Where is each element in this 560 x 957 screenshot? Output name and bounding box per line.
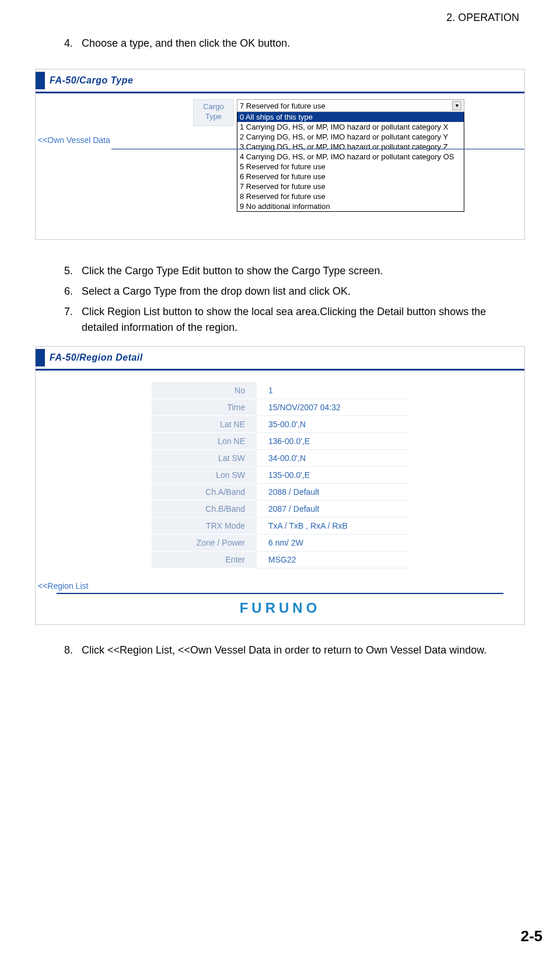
figure-cargo-type: FA-50/Cargo Type Cargo Type 7 Reserved f…: [35, 69, 525, 240]
step-text: Click the Cargo Type Edit button to show…: [82, 263, 525, 279]
row-value: 35-00.0',N: [257, 416, 408, 433]
step-text: Select a Cargo Type from the drop down l…: [82, 284, 525, 299]
row-label: Time: [152, 399, 257, 416]
row-value: 135-00.0',E: [257, 467, 408, 484]
row-label: Lat SW: [152, 450, 257, 467]
label-line2: Type: [205, 112, 222, 121]
dropdown-option[interactable]: 0 All ships of this type: [237, 112, 464, 122]
row-label: TRX Mode: [152, 518, 257, 535]
dropdown-option[interactable]: 3 Carrying DG, HS, or MP, IMO hazard or …: [237, 142, 464, 152]
table-row: Lat NE35-00.0',N: [152, 416, 408, 433]
row-label: Lat NE: [152, 416, 257, 433]
step-number: 4.: [64, 36, 82, 51]
row-value: MSG22: [257, 551, 408, 568]
step-number: 8.: [64, 642, 82, 658]
divider: [111, 149, 524, 149]
page-number: 2-5: [520, 927, 542, 945]
row-value: 15/NOV/2007 04:32: [257, 399, 408, 416]
step-8: 8. Click <<Region List, <<Own Vessel Dat…: [64, 642, 525, 658]
row-label: Lon NE: [152, 433, 257, 450]
chapter-header: 2. OPERATION: [35, 12, 525, 24]
table-row: No1: [152, 382, 408, 399]
brand-logo: FURUNO: [36, 600, 524, 624]
row-label: No: [152, 382, 257, 399]
step-6: 6. Select a Cargo Type from the drop dow…: [64, 284, 525, 299]
dropdown-option[interactable]: 7 Reserved for future use: [237, 181, 464, 191]
dropdown-list: 0 All ships of this type 1 Carrying DG, …: [237, 112, 464, 212]
row-value: 6 nm/ 2W: [257, 535, 408, 551]
table-row: Time15/NOV/2007 04:32: [152, 399, 408, 416]
row-label: Lon SW: [152, 467, 257, 484]
row-label: Ch.A/Band: [152, 484, 257, 501]
dropdown-option[interactable]: 5 Reserved for future use: [237, 162, 464, 172]
step-number: 7.: [64, 304, 82, 336]
dropdown-option[interactable]: 2 Carrying DG, HS, or MP, IMO hazard or …: [237, 132, 464, 142]
panel-title: FA-50/Cargo Type: [50, 75, 133, 86]
table-row: EnterMSG22: [152, 551, 408, 568]
table-row: Lon NE136-00.0',E: [152, 433, 408, 450]
chevron-down-icon[interactable]: ▾: [452, 101, 461, 110]
region-list-link[interactable]: <<Region List: [36, 581, 524, 591]
dropdown-option[interactable]: 4 Carrying DG, HS, or MP, IMO hazard or …: [237, 152, 464, 162]
row-label: Ch.B/Band: [152, 501, 257, 518]
step-text: Choose a type, and then click the OK but…: [82, 36, 525, 51]
region-detail-table: No1 Time15/NOV/2007 04:32 Lat NE35-00.0'…: [152, 382, 408, 568]
table-row: Ch.A/Band2088 / Default: [152, 484, 408, 501]
row-value: 1: [257, 382, 408, 399]
dropdown-option[interactable]: 1 Carrying DG, HS, or MP, IMO hazard or …: [237, 122, 464, 132]
step-number: 6.: [64, 284, 82, 299]
table-row: Zone / Power6 nm/ 2W: [152, 535, 408, 551]
step-7: 7. Click Region List button to show the …: [64, 304, 525, 336]
dropdown-option[interactable]: 6 Reserved for future use: [237, 172, 464, 181]
row-value: 2088 / Default: [257, 484, 408, 501]
table-row: Lon SW135-00.0',E: [152, 467, 408, 484]
table-row: TRX ModeTxA / TxB , RxA / RxB: [152, 518, 408, 535]
row-value: 2087 / Default: [257, 501, 408, 518]
row-value: 34-00.0',N: [257, 450, 408, 467]
dropdown-selected[interactable]: 7 Reserved for future use ▾: [237, 99, 464, 112]
cargo-type-dropdown[interactable]: 7 Reserved for future use ▾ 0 All ships …: [237, 99, 464, 212]
row-value: 136-00.0',E: [257, 433, 408, 450]
own-vessel-data-link[interactable]: <<Own Vessel Data: [38, 135, 110, 145]
row-label: Zone / Power: [152, 535, 257, 551]
step-number: 5.: [64, 263, 82, 279]
table-row: Lat SW34-00.0',N: [152, 450, 408, 467]
table-row: Ch.B/Band2087 / Default: [152, 501, 408, 518]
figure-region-detail: FA-50/Region Detail No1 Time15/NOV/2007 …: [35, 346, 525, 625]
step-4: 4. Choose a type, and then click the OK …: [64, 36, 525, 51]
panel-title: FA-50/Region Detail: [50, 352, 143, 363]
dropdown-option[interactable]: 8 Reserved for future use: [237, 191, 464, 201]
label-line1: Cargo: [203, 102, 223, 111]
cargo-type-label: Cargo Type: [193, 99, 234, 126]
selected-text: 7 Reserved for future use: [240, 102, 326, 110]
dropdown-option[interactable]: 9 No additional information: [237, 201, 464, 211]
divider: [57, 593, 503, 594]
step-text: Click <<Region List, <<Own Vessel Data i…: [82, 642, 525, 658]
step-5: 5. Click the Cargo Type Edit button to s…: [64, 263, 525, 279]
step-text: Click Region List button to show the loc…: [82, 304, 525, 336]
row-label: Enter: [152, 551, 257, 568]
row-value: TxA / TxB , RxA / RxB: [257, 518, 408, 535]
title-block-icon: [36, 72, 45, 89]
title-block-icon: [36, 349, 45, 366]
